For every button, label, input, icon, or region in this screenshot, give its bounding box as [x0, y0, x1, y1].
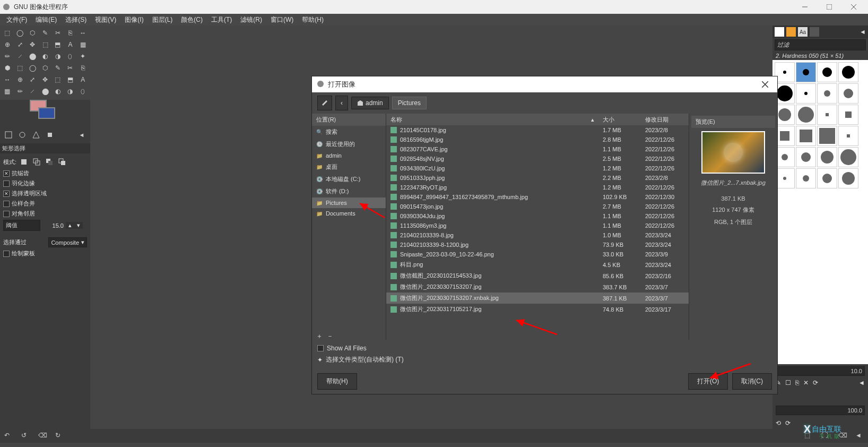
file-row[interactable]: 09015473jon.jpg2.7 MB2022/12/26: [386, 202, 689, 211]
tool-button[interactable]: ◑: [65, 86, 76, 97]
menu-item[interactable]: 窗口(W): [266, 14, 298, 25]
background-color[interactable]: [38, 107, 55, 119]
file-row[interactable]: 微信图片_20230317105217.jpg74.8 KB2023/3/17: [386, 304, 689, 315]
redo-icon[interactable]: ⟳: [785, 419, 791, 427]
menu-item[interactable]: 图层(L): [148, 14, 177, 25]
delete-icon[interactable]: ✕: [803, 379, 809, 386]
file-row[interactable]: 科目.png4.5 KB2023/3/24: [386, 259, 689, 270]
tool-button[interactable]: ✏: [15, 86, 25, 97]
threshold-field[interactable]: 阈值: [3, 220, 40, 231]
file-row[interactable]: 0951033Jpph.jpg2.2 MB2023/2/8: [386, 173, 689, 183]
more-icon[interactable]: ◄: [855, 432, 864, 440]
tool-button[interactable]: ◯: [15, 28, 25, 38]
close-button[interactable]: [841, 0, 866, 14]
menu-item[interactable]: 选择(S): [61, 14, 91, 25]
tab-icon[interactable]: [45, 130, 55, 140]
menu-icon[interactable]: ◄: [860, 28, 866, 36]
column-name[interactable]: 名称▴: [386, 114, 598, 125]
tool-button[interactable]: ⬯: [77, 86, 88, 97]
minimize-button[interactable]: [793, 0, 817, 14]
tool-button[interactable]: ✥: [40, 74, 50, 85]
tool-button[interactable]: ⬒: [53, 39, 63, 50]
spin-down[interactable]: ▾: [74, 222, 83, 229]
remove-location-button[interactable]: －: [327, 332, 333, 340]
sidebar-item[interactable]: 📁Pictures: [312, 197, 386, 208]
tool-button[interactable]: ⬒: [65, 74, 76, 85]
tool-button[interactable]: ✥: [27, 39, 38, 50]
brush-filter[interactable]: 过滤: [775, 39, 866, 50]
brush-preset[interactable]: [817, 168, 837, 188]
file-row[interactable]: 1223473RyOT.jpg1.2 MB2022/12/26: [386, 183, 689, 192]
tab-icon[interactable]: [31, 130, 41, 140]
menu-item[interactable]: 颜色(C): [177, 14, 207, 25]
sidebar-item[interactable]: 📁admin: [312, 150, 386, 161]
percent-field[interactable]: 100.0: [776, 406, 865, 415]
tool-button[interactable]: ⬚: [2, 28, 13, 38]
file-row[interactable]: 微信图片_20230307153207.xnbak.jpg387.1 KB202…: [386, 293, 689, 304]
menu-item[interactable]: 视图(V): [91, 14, 120, 25]
menu-item[interactable]: 工具(T): [207, 14, 236, 25]
tool-button[interactable]: ⬯: [65, 51, 76, 62]
tool-button[interactable]: ✂: [53, 28, 63, 38]
tool-button[interactable]: ⤢: [27, 74, 38, 85]
refresh-icon[interactable]: ⟳: [813, 379, 818, 386]
brush-preset[interactable]: [796, 83, 816, 104]
tool-button[interactable]: ⊕: [2, 39, 13, 50]
menu-item[interactable]: 图像(I): [120, 14, 147, 25]
brush-preset[interactable]: [817, 147, 837, 167]
menu-icon[interactable]: ◄: [76, 130, 87, 140]
show-all-checkbox[interactable]: [317, 345, 324, 351]
tool-button[interactable]: ⊕: [15, 74, 25, 85]
path-edit-button[interactable]: [317, 96, 332, 110]
file-row[interactable]: 0934380lCzU.jpg1.2 MB2022/12/26: [386, 164, 689, 173]
brushes-tab[interactable]: [775, 27, 784, 37]
brush-preset[interactable]: [796, 105, 816, 125]
sidebar-item[interactable]: 🔍搜索: [312, 126, 386, 138]
new-icon[interactable]: ☐: [785, 379, 791, 386]
tool-button[interactable]: ✎: [53, 63, 63, 73]
brush-preset[interactable]: [838, 105, 858, 125]
tool-button[interactable]: ⬤: [27, 51, 38, 62]
file-row[interactable]: 11135086ym3.jpg1.1 MB2022/12/26: [386, 221, 689, 230]
tool-button[interactable]: ◑: [53, 51, 63, 62]
file-row[interactable]: 09390304Jdu.jpg1.1 MB2022/12/26: [386, 211, 689, 221]
brush-preset[interactable]: [817, 105, 837, 125]
brush-preset[interactable]: [838, 147, 858, 167]
tool-button[interactable]: ⬡: [40, 63, 50, 73]
help-button[interactable]: 帮助(H): [317, 373, 357, 390]
patterns-tab[interactable]: [786, 27, 796, 37]
sidebar-item[interactable]: 💽本地磁盘 (C:): [312, 173, 386, 185]
spacing-field[interactable]: 10.0: [776, 366, 865, 376]
brush-preset[interactable]: [817, 62, 837, 82]
menu-item[interactable]: 编辑(E): [31, 14, 61, 25]
duplicate-icon[interactable]: ⎘: [795, 379, 799, 386]
mode-subtract-icon[interactable]: [44, 157, 55, 167]
tool-button[interactable]: ✎: [40, 28, 50, 38]
file-row[interactable]: 微信图片_20230307153207.jpg383.7 KB2023/3/7: [386, 281, 689, 293]
tool-button[interactable]: ✦: [77, 51, 88, 62]
sidebar-item[interactable]: 🕓最近使用的: [312, 138, 386, 150]
tool-button[interactable]: ⬚: [53, 74, 63, 85]
undo-icon[interactable]: ↺: [21, 432, 30, 440]
tab-icon[interactable]: [3, 130, 14, 140]
mode-replace-icon[interactable]: [19, 157, 29, 167]
brush-preset[interactable]: [817, 126, 837, 146]
menu-item[interactable]: 滤镜(R): [236, 14, 266, 25]
brush-preset[interactable]: [838, 126, 858, 146]
file-row[interactable]: 8994847_8994847_1316273495879_mthumb.jpg…: [386, 192, 689, 202]
tool-button[interactable]: ◯: [27, 63, 38, 73]
tool-button[interactable]: ⤢: [15, 39, 25, 50]
file-row[interactable]: 0816596tjgM.jpg2.8 MB2022/12/26: [386, 135, 689, 144]
diagonal-checkbox[interactable]: [3, 211, 10, 217]
file-row[interactable]: Snipaste_2023-03-09_10-22-46.png33.0 KB2…: [386, 250, 689, 259]
sidebar-item[interactable]: 📁桌面: [312, 161, 386, 173]
file-row[interactable]: 210402103339-8-1200.jpg73.9 KB2023/3/24: [386, 240, 689, 250]
fonts-tab[interactable]: Aa: [798, 27, 808, 37]
tool-button[interactable]: ⟋: [27, 86, 38, 97]
tool-button[interactable]: ⬡: [27, 28, 38, 38]
dialog-close-button[interactable]: [757, 76, 773, 92]
merged-checkbox[interactable]: [3, 201, 10, 207]
menu-icon[interactable]: ◄: [858, 379, 865, 386]
column-size[interactable]: 大小: [598, 114, 641, 125]
sidebar-item[interactable]: 📁Documents: [312, 208, 386, 219]
